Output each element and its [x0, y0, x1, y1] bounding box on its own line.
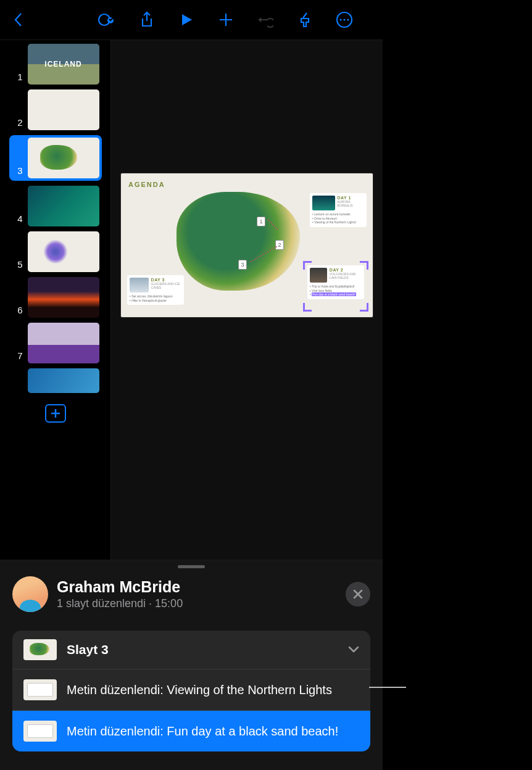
current-slide[interactable]: AGENDA 1 2 3 DAY 1 AURORA BOREALIS: [120, 173, 373, 318]
svg-point-4: [343, 19, 345, 20]
thumb-4[interactable]: 4: [12, 186, 99, 226]
more-icon[interactable]: [335, 10, 354, 30]
back-icon[interactable]: [9, 10, 28, 30]
close-button[interactable]: [346, 582, 370, 606]
thumb-8-partial[interactable]: [12, 368, 99, 393]
map-marker-1[interactable]: 1: [257, 217, 265, 226]
chevron-down-icon: [348, 644, 359, 656]
slide-canvas[interactable]: AGENDA 1 2 3 DAY 1 AURORA BOREALIS: [111, 40, 383, 560]
add-icon[interactable]: [216, 10, 236, 30]
thumb-3[interactable]: 3: [9, 135, 102, 181]
user-avatar: [12, 576, 48, 612]
svg-point-3: [339, 19, 341, 20]
edit-mini-icon: [23, 679, 57, 700]
map-marker-3[interactable]: 3: [238, 260, 247, 270]
activity-user-name: Graham McBride: [57, 578, 183, 596]
activity-list: Slayt 3 Metin düzenlendi: Viewing of the…: [12, 631, 370, 751]
day2-card[interactable]: DAY 2 VOLCANOES AND LAVA FIELDS • Trip t…: [307, 265, 364, 299]
collab-icon[interactable]: [98, 10, 117, 30]
thumb-2[interactable]: 2: [12, 89, 99, 130]
edit-mini-icon: [23, 721, 57, 742]
share-icon[interactable]: [137, 10, 157, 30]
panel-grabber[interactable]: [178, 565, 205, 568]
day1-card[interactable]: DAY 1 AURORA BOREALIS • Lecture on auror…: [310, 193, 367, 227]
undo-icon[interactable]: [256, 10, 275, 30]
play-icon[interactable]: [177, 10, 196, 30]
add-slide-button[interactable]: [45, 404, 66, 423]
slide-title[interactable]: AGENDA: [128, 181, 165, 188]
callout-line: [369, 687, 406, 688]
svg-point-5: [347, 19, 349, 20]
thumb-5[interactable]: 5: [12, 231, 99, 272]
activity-panel: Graham McBride 1 slayt düzenlendi · 15:0…: [0, 560, 383, 770]
slide-navigator: 1ICELAND 2 3 4 5 6 7: [0, 40, 111, 560]
day3-card[interactable]: DAY 3 GLACIERS AND ICE CAVES • Set acros…: [127, 275, 184, 305]
activity-section-header[interactable]: Slayt 3: [12, 631, 370, 669]
activity-edit-row-active[interactable]: Metin düzenlendi: Fun day at a black san…: [12, 711, 370, 751]
thumb-1[interactable]: 1ICELAND: [12, 44, 99, 85]
activity-summary: 1 slayt düzenlendi · 15:00: [57, 597, 183, 610]
slide-mini-icon: [23, 639, 57, 660]
thumb-6[interactable]: 6: [12, 277, 99, 318]
toolbar: [0, 0, 383, 40]
map-marker-2[interactable]: 2: [275, 240, 284, 250]
format-brush-icon[interactable]: [295, 10, 315, 30]
activity-edit-row[interactable]: Metin düzenlendi: Viewing of the Norther…: [12, 669, 370, 711]
thumb-7[interactable]: 7: [12, 323, 99, 363]
editor-split: 1ICELAND 2 3 4 5 6 7: [0, 40, 383, 560]
